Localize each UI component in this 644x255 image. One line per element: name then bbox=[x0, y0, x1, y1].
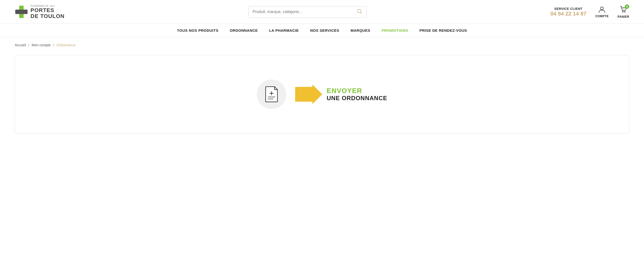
cart-badge: 0 bbox=[625, 4, 629, 9]
search-bar bbox=[248, 6, 366, 18]
yellow-arrow-icon bbox=[295, 84, 322, 104]
service-client: SERVICE CLIENT 04 94 22 14 87 bbox=[550, 7, 586, 17]
breadcrumb: Accueil / Mon compte / Ordonnance bbox=[0, 37, 644, 50]
breadcrumb-home[interactable]: Accueil bbox=[15, 43, 26, 47]
svg-point-4 bbox=[600, 7, 604, 10]
document-icon-circle bbox=[257, 80, 286, 109]
envoyer-text: ENVOYER UNE ORDONNANCE bbox=[327, 87, 387, 102]
envoyer-title: ENVOYER bbox=[327, 87, 362, 95]
user-icon bbox=[598, 6, 606, 14]
prescription-icon bbox=[264, 86, 279, 103]
logo[interactable]: PHARMACIE des PORTES DE TOULON bbox=[15, 4, 64, 19]
cross-logo-icon bbox=[15, 5, 28, 18]
nav-tous-nos-produits[interactable]: TOUS NOS PRODUITS bbox=[177, 28, 218, 32]
nav-nos-services[interactable]: NOS SERVICES bbox=[310, 28, 339, 32]
nav-prise-de-rendez-vous[interactable]: PRISE DE RENDEZ-VOUS bbox=[420, 28, 467, 32]
nav-marques[interactable]: MARQUES bbox=[350, 28, 370, 32]
svg-line-3 bbox=[360, 12, 362, 14]
service-client-phone: 04 94 22 14 87 bbox=[550, 10, 586, 17]
envoyer-sub: UNE ORDONNANCE bbox=[327, 95, 387, 102]
arrow-text-group: ENVOYER UNE ORDONNANCE bbox=[295, 84, 387, 104]
header-right: SERVICE CLIENT 04 94 22 14 87 COMPTE 0 P… bbox=[550, 6, 629, 18]
main-content: ENVOYER UNE ORDONNANCE bbox=[0, 50, 644, 148]
logo-portes: PORTES bbox=[30, 8, 64, 13]
breadcrumb-current: Ordonnance bbox=[56, 43, 76, 47]
panier-wrapper: 0 bbox=[620, 6, 627, 14]
svg-point-6 bbox=[624, 11, 625, 12]
svg-point-5 bbox=[622, 11, 623, 12]
search-button[interactable] bbox=[357, 9, 362, 15]
logo-de-toulon: DE TOULON bbox=[30, 13, 64, 19]
svg-rect-1 bbox=[15, 10, 28, 14]
service-client-label: SERVICE CLIENT bbox=[550, 7, 586, 10]
logo-text: PHARMACIE des PORTES DE TOULON bbox=[30, 4, 64, 19]
search-icon bbox=[357, 9, 362, 14]
breadcrumb-account[interactable]: Mon compte bbox=[32, 43, 51, 47]
header: PHARMACIE des PORTES DE TOULON SERVICE C… bbox=[0, 0, 644, 24]
nav-la-pharmacie[interactable]: LA PHARMACIE bbox=[269, 28, 298, 32]
ordonnance-card[interactable]: ENVOYER UNE ORDONNANCE bbox=[15, 55, 629, 134]
svg-marker-11 bbox=[295, 84, 322, 104]
nav-ordonnance[interactable]: ORDONNANCE bbox=[230, 28, 258, 32]
nav-promotions[interactable]: PROMOTIONS bbox=[382, 28, 408, 32]
search-input[interactable] bbox=[252, 10, 354, 14]
compte-button[interactable]: COMPTE bbox=[595, 6, 608, 18]
main-nav: TOUS NOS PRODUITS ORDONNANCE LA PHARMACI… bbox=[0, 24, 644, 37]
panier-button[interactable]: 0 PANIER bbox=[618, 6, 629, 18]
